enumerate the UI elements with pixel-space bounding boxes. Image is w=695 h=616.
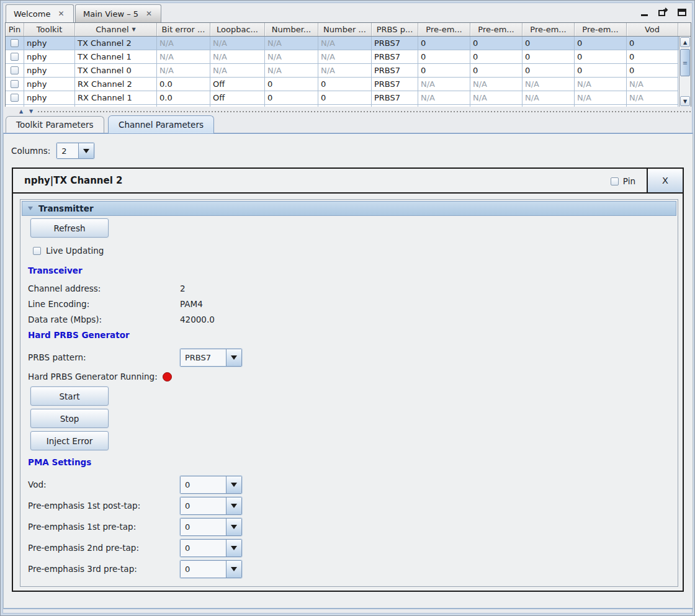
param-label: Vod: xyxy=(28,476,47,494)
table-cell: PRBS7 xyxy=(372,64,418,78)
dropdown-arrow-icon[interactable] xyxy=(226,519,241,535)
column-header-label: Pre-em... xyxy=(478,25,514,34)
dropdown-arrow-icon[interactable] xyxy=(226,476,241,493)
dropdown-arrow-icon[interactable] xyxy=(78,143,94,158)
column-header[interactable]: Pin xyxy=(6,23,24,36)
pre-emphasis-1st-post-tap-select[interactable]: 0 xyxy=(180,497,242,515)
table-body: nphyTX Channel 2N/AN/AN/AN/APRBS700000np… xyxy=(6,37,691,107)
table-cell: 0 xyxy=(418,50,470,64)
dropdown-arrow-icon[interactable] xyxy=(226,540,241,556)
splitter-collapse-up-icon[interactable]: ▲ xyxy=(19,109,23,114)
scroll-up-icon[interactable]: ▲ xyxy=(680,37,690,47)
table-cell: N/A xyxy=(470,91,522,105)
pma-settings-heading: PMA Settings xyxy=(28,457,91,467)
table-cell: 0 xyxy=(318,91,372,105)
table-row[interactable]: nphyTX Channel 0N/AN/AN/AN/APRBS700000 xyxy=(6,64,691,78)
transmitter-section-header[interactable]: Transmitter xyxy=(22,201,676,216)
column-header[interactable]: Number ... xyxy=(318,23,372,36)
table-cell: N/A xyxy=(265,64,318,78)
table-cell: N/A xyxy=(318,37,372,50)
tab-main-view[interactable]: Main View – 5 ✕ xyxy=(75,4,161,22)
pin-checkbox[interactable] xyxy=(11,94,19,102)
table-cell xyxy=(470,105,522,107)
pre-emphasis-3rd-pre-tap-select[interactable]: 0 xyxy=(180,560,242,578)
table-cell xyxy=(157,105,210,107)
panel-close-button[interactable]: X xyxy=(647,169,683,192)
column-header[interactable]: Pre-em... xyxy=(575,23,627,36)
column-header[interactable]: Bit error ... xyxy=(157,23,210,36)
param-row: Pre-emphasis 2nd pre-tap: 0 xyxy=(28,539,289,557)
prbs-pattern-select[interactable]: PRBS7 xyxy=(180,349,242,367)
pin-cell xyxy=(6,105,24,107)
param-label: Pre-emphasis 1st post-tap: xyxy=(28,497,140,515)
inject-error-button[interactable]: Inject Error xyxy=(30,431,109,450)
column-header[interactable]: Toolkit xyxy=(24,23,75,36)
pin-control[interactable]: Pin xyxy=(611,169,635,194)
dropdown-arrow-icon[interactable] xyxy=(226,561,241,578)
scroll-down-icon[interactable]: ▼ xyxy=(680,96,690,106)
combo-value: 0 xyxy=(181,519,226,535)
table-cell: N/A xyxy=(418,78,470,91)
column-header[interactable]: Pre-em... xyxy=(470,23,522,36)
table-header: PinToolkitChannel▼Bit error ...Loopbac..… xyxy=(6,23,691,37)
column-header[interactable]: Channel▼ xyxy=(75,23,157,36)
pre-emphasis-1st-pre-tap-select[interactable]: 0 xyxy=(180,518,242,536)
column-header[interactable]: Pre-em... xyxy=(418,23,470,36)
refresh-button[interactable]: Refresh xyxy=(30,218,109,238)
combo-value: 0 xyxy=(181,540,226,556)
table-cell: 0 xyxy=(470,50,522,64)
column-header[interactable]: Vod xyxy=(627,23,678,36)
table-cell: 0 xyxy=(627,50,678,64)
table-cell: 0 xyxy=(627,64,678,78)
table-cell: TX Channel 0 xyxy=(75,64,157,78)
table-row[interactable]: nphyRX Channel 20.0Off00PRBS7N/AN/AN/AN/… xyxy=(6,78,691,91)
table-cell: N/A xyxy=(210,64,265,78)
start-button[interactable]: Start xyxy=(30,386,109,406)
table-cell: 0 xyxy=(470,37,522,50)
pre-emphasis-2nd-pre-tap-select[interactable]: 0 xyxy=(180,539,242,557)
splitter-collapse-down-icon[interactable]: ▼ xyxy=(29,109,33,114)
close-icon[interactable]: ✕ xyxy=(145,9,153,18)
pin-checkbox[interactable] xyxy=(11,66,19,74)
tab-channel-parameters[interactable]: Channel Parameters xyxy=(108,115,214,133)
pin-checkbox[interactable] xyxy=(11,80,19,88)
pin-checkbox[interactable] xyxy=(11,39,19,47)
table-row[interactable]: nphyTX Channel 1N/AN/AN/AN/APRBS700000 xyxy=(6,50,691,64)
table-cell: N/A xyxy=(210,37,265,50)
table-cell: N/A xyxy=(627,91,678,105)
param-row: Pre-emphasis 3rd pre-tap: 0 xyxy=(28,560,289,578)
maximize-icon[interactable] xyxy=(677,7,687,17)
column-header[interactable]: PRBS p... xyxy=(372,23,418,36)
columns-label: Columns: xyxy=(11,146,50,156)
vod-select[interactable]: 0 xyxy=(180,476,242,494)
dropdown-arrow-icon[interactable] xyxy=(226,349,241,366)
stop-button[interactable]: Stop xyxy=(30,409,109,428)
field-row: Channel address: 2 xyxy=(28,280,338,296)
table-cell: nphy xyxy=(24,50,75,64)
column-header[interactable]: Loopbac... xyxy=(210,23,265,36)
vertical-scrollbar[interactable]: ▲ ≡ ▼ xyxy=(679,37,691,107)
section-title: Transmitter xyxy=(38,203,94,213)
close-icon[interactable]: ✕ xyxy=(56,9,65,18)
scrollbar-thumb[interactable]: ≡ xyxy=(680,49,690,76)
table-row[interactable] xyxy=(6,105,691,107)
columns-select[interactable]: 2 xyxy=(56,143,94,159)
table-cell: N/A xyxy=(575,91,627,105)
table-cell: N/A xyxy=(157,50,210,64)
table-cell xyxy=(318,105,372,107)
table-row[interactable]: nphyRX Channel 10.0Off00PRBS7N/AN/AN/AN/… xyxy=(6,91,691,105)
minimize-icon[interactable] xyxy=(640,7,650,17)
live-updating-control[interactable]: Live Updating xyxy=(33,246,104,256)
pin-checkbox[interactable] xyxy=(11,53,19,61)
tab-welcome[interactable]: Welcome ✕ xyxy=(6,4,74,22)
dropdown-arrow-icon[interactable] xyxy=(226,498,241,514)
channel-detail-panel: nphy|TX Channel 2 Pin X Transmitter Refr… xyxy=(12,167,684,592)
tab-toolkit-parameters[interactable]: Toolkit Parameters xyxy=(6,116,104,133)
table-row[interactable]: nphyTX Channel 2N/AN/AN/AN/APRBS700000 xyxy=(6,37,691,50)
split-divider[interactable]: ▲ ▼ xyxy=(3,107,692,116)
column-header[interactable]: Pre-em... xyxy=(522,23,575,36)
restore-icon[interactable] xyxy=(658,7,668,17)
pin-checkbox[interactable] xyxy=(611,177,619,185)
column-header[interactable]: Number... xyxy=(265,23,318,36)
live-updating-checkbox[interactable] xyxy=(33,247,41,255)
